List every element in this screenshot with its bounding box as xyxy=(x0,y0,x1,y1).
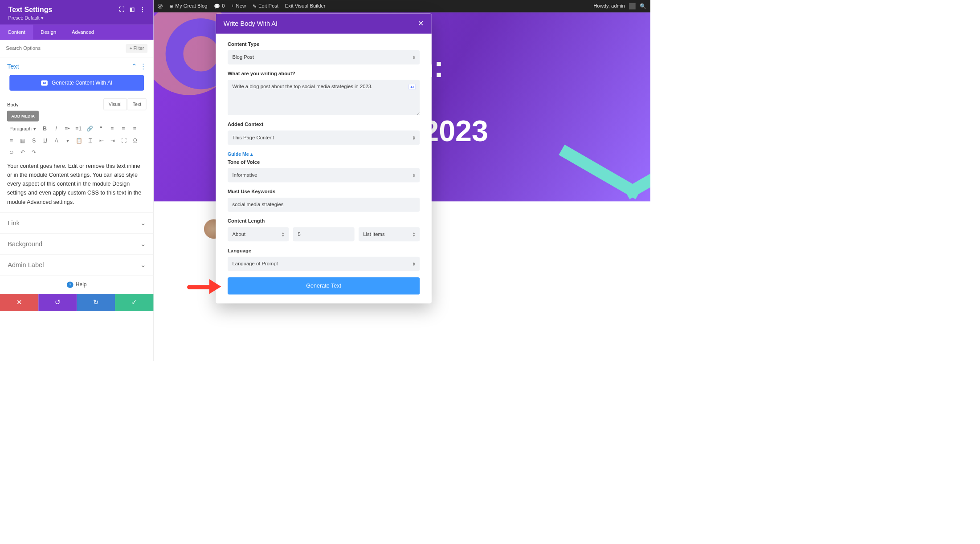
chevron-up-icon[interactable]: ⌃ xyxy=(131,63,137,70)
generate-ai-button[interactable]: AI Generate Content With AI xyxy=(9,75,144,91)
content-type-label: Content Type xyxy=(228,41,420,47)
editor-tab-visual[interactable]: Visual xyxy=(103,98,126,110)
add-media-button[interactable]: ADD MEDIA xyxy=(7,111,39,122)
main-canvas: ⓦ ⊕ My Great Blog 💬 0 + New ✎ Edit Post … xyxy=(154,0,650,361)
align-left-icon[interactable]: ≡ xyxy=(108,124,117,133)
table-icon[interactable]: ▦ xyxy=(18,136,27,145)
paragraph-select[interactable]: Paragraph ▾ xyxy=(7,125,38,133)
language-select[interactable]: Language of Prompt▴▾ xyxy=(228,257,420,271)
tab-design[interactable]: Design xyxy=(33,24,64,40)
expand-icon[interactable]: ⛶ xyxy=(119,6,124,12)
site-name[interactable]: ⊕ My Great Blog xyxy=(169,3,207,9)
wp-admin-bar: ⓦ ⊕ My Great Blog 💬 0 + New ✎ Edit Post … xyxy=(154,0,650,12)
length-number-input[interactable]: 5 xyxy=(293,227,355,241)
editor-textarea[interactable]: Your content goes here. Edit or remove t… xyxy=(7,162,147,207)
bold-icon[interactable]: B xyxy=(41,124,49,133)
updown-icon: ▴▾ xyxy=(413,261,415,266)
section-text[interactable]: Text ⌃⋮ xyxy=(7,63,147,70)
updown-icon: ▴▾ xyxy=(413,55,415,60)
sidebar-tabs: Content Design Advanced xyxy=(0,24,153,40)
tab-advanced[interactable]: Advanced xyxy=(64,24,102,40)
close-icon[interactable]: ✕ xyxy=(418,20,424,28)
modal-title: Write Body With AI xyxy=(224,20,278,27)
panel-layout-icon[interactable]: ◧ xyxy=(130,6,135,13)
fullscreen-icon[interactable]: ⛶ xyxy=(119,136,128,145)
redo-button[interactable]: ↻ xyxy=(77,294,115,311)
new-link[interactable]: + New xyxy=(231,3,246,9)
tab-content[interactable]: Content xyxy=(0,24,33,40)
more-toolbar-icon[interactable]: ▾ xyxy=(63,136,72,145)
strikethrough-icon[interactable]: S xyxy=(29,136,38,145)
settings-sidebar: Text Settings ⛶ ◧ ⋮ Preset: Default ▾ Co… xyxy=(0,0,154,361)
align-justify-icon[interactable]: ≡ xyxy=(7,136,16,145)
help-icon: ? xyxy=(67,281,74,288)
help-link[interactable]: ?Help xyxy=(0,276,153,294)
updown-icon: ▴▾ xyxy=(413,173,415,177)
context-select[interactable]: This Page Content▴▾ xyxy=(228,130,420,145)
special-char-icon[interactable]: Ω xyxy=(131,136,139,145)
search-input[interactable] xyxy=(6,45,123,51)
tone-select[interactable]: Informative▴▾ xyxy=(228,168,420,183)
generate-text-button[interactable]: Generate Text xyxy=(228,277,420,294)
search-icon[interactable]: 🔍 xyxy=(640,3,646,10)
about-label: What are you writing about? xyxy=(228,71,420,77)
keywords-label: Must Use Keywords xyxy=(228,189,420,195)
updown-icon: ▴▾ xyxy=(413,232,415,236)
indent-icon[interactable]: ⇥ xyxy=(108,136,117,145)
cancel-button[interactable]: ✕ xyxy=(0,294,38,311)
howdy-text[interactable]: Howdy, admin xyxy=(593,3,625,9)
align-center-icon[interactable]: ≡ xyxy=(119,124,128,133)
paste-icon[interactable]: 📋 xyxy=(74,136,83,145)
number-list-icon[interactable]: ≡1 xyxy=(74,124,83,133)
comments-link[interactable]: 💬 0 xyxy=(214,3,225,9)
accordion-background[interactable]: Background⌄ xyxy=(0,234,153,255)
italic-icon[interactable]: I xyxy=(52,124,61,133)
save-button[interactable]: ✓ xyxy=(115,294,153,311)
ai-badge-icon: AI xyxy=(41,80,48,85)
accordion-admin-label[interactable]: Admin Label⌄ xyxy=(0,255,153,276)
edit-post-link[interactable]: ✎ Edit Post xyxy=(253,3,278,9)
redo-icon[interactable]: ↷ xyxy=(29,148,38,157)
guide-me-toggle[interactable]: Guide Me ▴ xyxy=(228,151,420,157)
exit-builder-link[interactable]: Exit Visual Builder xyxy=(285,3,326,9)
chevron-down-icon: ⌄ xyxy=(140,219,146,227)
length-unit-select[interactable]: List Items▴▾ xyxy=(359,227,420,241)
preset-dropdown[interactable]: Preset: Default ▾ xyxy=(8,16,145,21)
length-label: Content Length xyxy=(228,218,420,224)
updown-icon: ▴▾ xyxy=(413,135,415,140)
undo-button[interactable]: ↺ xyxy=(38,294,77,311)
wp-logo-icon[interactable]: ⓦ xyxy=(158,3,163,9)
keywords-input[interactable]: social media strategies xyxy=(228,198,420,212)
emoji-icon[interactable]: ☺ xyxy=(7,148,16,157)
underline-icon[interactable]: U xyxy=(41,136,50,145)
context-label: Added Context xyxy=(228,122,420,127)
bullet-list-icon[interactable]: ≡• xyxy=(63,124,72,133)
updown-icon: ▴▾ xyxy=(282,232,284,236)
chevron-down-icon: ⌄ xyxy=(140,240,146,248)
sidebar-title: Text Settings xyxy=(8,5,53,14)
about-textarea[interactable]: Write a blog post about the top social m… xyxy=(228,80,420,115)
chevron-down-icon: ⌄ xyxy=(140,261,146,269)
ai-modal: Write Body With AI ✕ Content Type Blog P… xyxy=(216,14,431,304)
more-vertical-icon[interactable]: ⋮ xyxy=(140,63,147,70)
quote-icon[interactable]: ❝ xyxy=(97,124,106,133)
content-type-select[interactable]: Blog Post▴▾ xyxy=(228,50,420,65)
language-label: Language xyxy=(228,248,420,254)
clear-format-icon[interactable]: T xyxy=(86,136,94,145)
accordion-link[interactable]: Link⌄ xyxy=(0,213,153,234)
link-icon[interactable]: 🔗 xyxy=(86,124,94,133)
text-color-icon[interactable]: A xyxy=(52,136,61,145)
sidebar-header: Text Settings ⛶ ◧ ⋮ Preset: Default ▾ xyxy=(0,0,153,24)
align-right-icon[interactable]: ≡ xyxy=(130,124,139,133)
tone-label: Tone of Voice xyxy=(228,159,420,165)
editor-toolbar: Paragraph ▾ B I ≡• ≡1 🔗 ❝ ≡ ≡ ≡ ≡ ▦ S U … xyxy=(0,122,153,159)
filter-button[interactable]: + Filter xyxy=(126,44,147,53)
avatar-icon[interactable] xyxy=(629,3,636,10)
undo-icon[interactable]: ↶ xyxy=(18,148,27,157)
editor-tab-text[interactable]: Text xyxy=(127,98,146,110)
length-about-select[interactable]: About▴▾ xyxy=(228,227,289,241)
outdent-icon[interactable]: ⇤ xyxy=(97,136,106,145)
more-vertical-icon[interactable]: ⋮ xyxy=(140,6,145,13)
ai-badge-icon[interactable]: AI xyxy=(408,84,416,89)
annotation-arrow xyxy=(187,279,221,294)
